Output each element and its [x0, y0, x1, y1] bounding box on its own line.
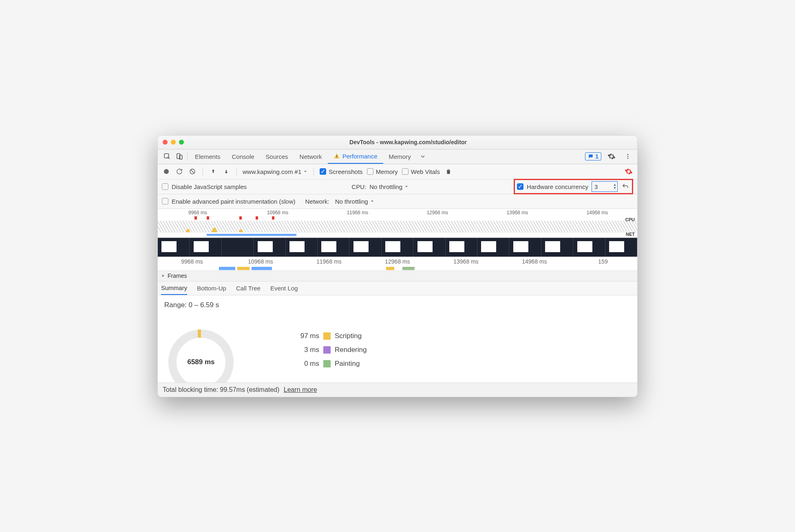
flamechart-mini[interactable] — [158, 266, 637, 271]
hardware-concurrency-group: ✓ Hardware concurrency 3 ▲▼ — [514, 179, 633, 194]
screenshot-filmstrip[interactable] — [158, 237, 637, 257]
time-axis-detail: 9968 ms10968 ms11968 ms12968 ms13968 ms1… — [158, 257, 637, 266]
svg-point-5 — [627, 154, 629, 155]
legend-painting: 0 msPainting — [295, 357, 367, 371]
cpu-strip-label: CPU — [625, 217, 635, 222]
kebab-menu-icon[interactable] — [622, 150, 634, 163]
subtab-summary[interactable]: Summary — [161, 281, 187, 295]
capture-settings-icon[interactable] — [624, 167, 633, 176]
settings-icon[interactable] — [605, 150, 618, 163]
disclosure-triangle-icon — [161, 274, 165, 278]
svg-point-7 — [627, 158, 629, 159]
separator — [187, 152, 188, 160]
learn-more-link[interactable]: Learn more — [284, 386, 317, 393]
record-button[interactable] — [162, 167, 171, 176]
cpu-label: CPU: — [351, 183, 366, 190]
footer-bar: Total blocking time: 99.57ms (estimated)… — [158, 383, 637, 397]
tab-elements[interactable]: Elements — [189, 149, 226, 164]
webvitals-toggle[interactable]: Web Vitals — [402, 168, 440, 175]
hw-concurrency-input[interactable]: 3 ▲▼ — [592, 181, 618, 192]
checkbox-off-icon — [402, 168, 409, 175]
frames-section-header[interactable]: Frames — [158, 271, 637, 281]
target-select[interactable]: www.kapwing.com #1 — [243, 168, 308, 175]
memory-toggle[interactable]: Memory — [367, 168, 398, 175]
subtab-bottom-up[interactable]: Bottom-Up — [197, 281, 226, 295]
chat-icon — [588, 154, 594, 159]
checkbox-off-icon — [162, 198, 168, 204]
inspect-element-icon[interactable] — [161, 150, 173, 163]
timeline-overview[interactable]: 9968 ms10968 ms11968 ms12968 ms13968 ms1… — [158, 209, 637, 271]
load-profile-icon[interactable] — [209, 167, 218, 176]
zoom-window-button[interactable] — [179, 140, 184, 145]
svg-point-6 — [627, 156, 629, 157]
checkbox-off-icon — [367, 168, 373, 175]
more-tabs-button[interactable] — [417, 150, 429, 163]
legend-rendering: 3 msRendering — [295, 343, 367, 357]
network-throttle-select[interactable]: No throttling — [335, 198, 375, 205]
window-controls — [163, 140, 184, 145]
svg-rect-3 — [336, 155, 337, 157]
details-subtabs: Summary Bottom-Up Call Tree Event Log — [158, 281, 637, 295]
screenshots-toggle[interactable]: ✓Screenshots — [320, 168, 362, 175]
time-axis: 9968 ms10968 ms11968 ms12968 ms13968 ms1… — [158, 209, 637, 216]
dropdown-icon — [303, 169, 308, 174]
subtab-event-log[interactable]: Event Log — [270, 281, 298, 295]
tab-network[interactable]: Network — [294, 149, 328, 164]
donut-center-value: 6589 ms — [168, 330, 234, 383]
stepper-icon[interactable]: ▲▼ — [613, 183, 616, 190]
perf-options-row-1: Disable JavaScript samples CPU: No throt… — [158, 180, 637, 194]
dropdown-icon — [370, 199, 375, 204]
perf-options-row-2: Enable advanced paint instrumentation (s… — [158, 194, 637, 209]
subtab-call-tree[interactable]: Call Tree — [236, 281, 261, 295]
checkbox-off-icon — [162, 183, 168, 190]
titlebar: DevTools - www.kapwing.com/studio/editor — [158, 136, 637, 149]
svg-point-8 — [164, 169, 169, 174]
cpu-overview-strip: CPU — [158, 216, 637, 233]
dropdown-icon — [404, 184, 409, 189]
tab-memory[interactable]: Memory — [383, 149, 417, 164]
range-text: Range: 0 – 6.59 s — [164, 301, 631, 309]
svg-rect-4 — [336, 157, 337, 158]
hw-concurrency-checkbox[interactable]: ✓ — [517, 183, 523, 190]
main-tabs: Elements Console Sources Network Perform… — [158, 149, 637, 164]
summary-panel: Range: 0 – 6.59 s 6589 ms 97 msScripting… — [158, 295, 637, 383]
net-overview-strip: NET — [158, 233, 637, 237]
tab-performance[interactable]: Performance — [328, 149, 383, 164]
tab-sources[interactable]: Sources — [260, 149, 294, 164]
minimize-window-button[interactable] — [171, 140, 176, 145]
legend-scripting: 97 msScripting — [295, 329, 367, 343]
checkbox-on-icon: ✓ — [320, 168, 326, 175]
save-profile-icon[interactable] — [222, 167, 231, 176]
perf-toolbar: www.kapwing.com #1 ✓Screenshots Memory W… — [158, 164, 637, 180]
device-toggle-icon[interactable] — [173, 150, 186, 163]
devtools-window: DevTools - www.kapwing.com/studio/editor… — [157, 135, 638, 397]
paint-instrumentation-toggle[interactable]: Enable advanced paint instrumentation (s… — [162, 198, 296, 205]
summary-legend: 97 msScripting 3 msRendering 0 msPaintin… — [295, 329, 367, 371]
reload-record-button[interactable] — [175, 167, 184, 176]
disable-js-samples-toggle[interactable]: Disable JavaScript samples — [162, 183, 247, 190]
undo-icon[interactable] — [621, 182, 630, 191]
tbt-text: Total blocking time: 99.57ms (estimated) — [163, 386, 279, 393]
cpu-throttle-select[interactable]: No throttling — [369, 183, 409, 190]
close-window-button[interactable] — [163, 140, 168, 145]
trash-icon[interactable] — [444, 167, 453, 176]
summary-donut-chart: 6589 ms — [164, 317, 246, 383]
net-strip-label: NET — [626, 232, 635, 237]
tab-console[interactable]: Console — [226, 149, 260, 164]
clear-button[interactable] — [188, 167, 197, 176]
issues-badge[interactable]: 1 — [585, 152, 601, 160]
network-label: Network: — [305, 198, 329, 205]
warning-icon — [333, 153, 340, 159]
window-title: DevTools - www.kapwing.com/studio/editor — [184, 139, 632, 145]
hw-concurrency-label: Hardware concurrency — [527, 183, 588, 190]
